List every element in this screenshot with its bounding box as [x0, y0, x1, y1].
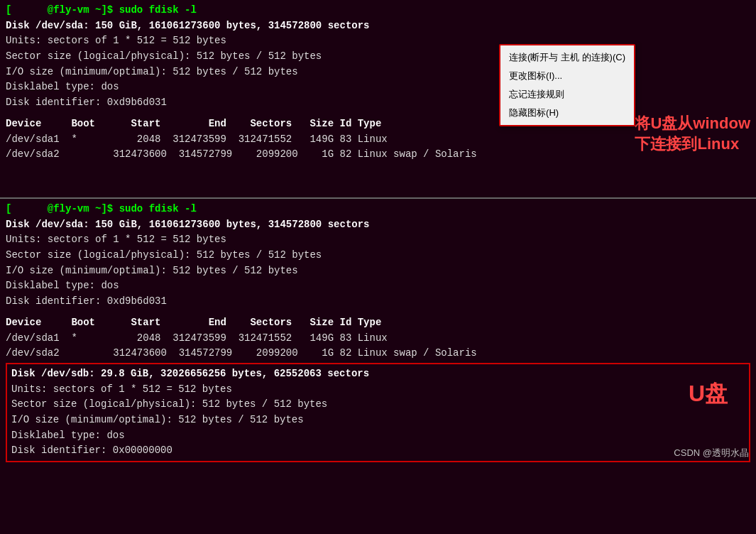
usb-io-size: I/O size (minimum/optimal): 512 bytes / … [11, 413, 745, 428]
usb-disklabel: Disklabel type: dos [11, 428, 745, 444]
context-menu-hide[interactable]: 隐藏图标(H) [500, 104, 634, 122]
top-io-size: I/O size (minimum/optimal): 512 bytes / … [6, 65, 750, 80]
usb-units: Units: sectors of 1 * 512 = 512 bytes [11, 382, 745, 398]
top-disk-id: Disk identifier: 0xd9b6d031 [6, 95, 750, 111]
bottom-sda2-row: /dev/sda2 312473600 314572799 2099200 1G… [6, 346, 750, 361]
top-terminal-section: [ @fly-vm ~]$ sudo fdisk -l Disk /dev/sd… [0, 0, 756, 199]
bottom-terminal-section: [ @fly-vm ~]$ sudo fdisk -l Disk /dev/sd… [0, 199, 756, 467]
top-disk-sda-header: Disk /dev/sda: 150 GiB, 161061273600 byt… [6, 18, 750, 34]
bottom-disk-id: Disk identifier: 0xd9b6d031 [6, 294, 750, 310]
bottom-io-size: I/O size (minimum/optimal): 512 bytes / … [6, 263, 750, 279]
bottom-sector-size: Sector size (logical/physical): 512 byte… [6, 248, 750, 263]
context-menu: 连接(断开与 主机 的连接)(C) 更改图标(I)... 忘记连接规则 隐藏图标… [499, 44, 635, 126]
top-prompt: [ @fly-vm ~]$ sudo fdisk -l [6, 3, 750, 18]
context-menu-connect[interactable]: 连接(断开与 主机 的连接)(C) [500, 48, 634, 67]
top-disklabel: Disklabel type: dos [6, 80, 750, 95]
usb-disk-id: Disk identifier: 0x00000000 [11, 443, 745, 459]
usb-sector-size: Sector size (logical/physical): 512 byte… [11, 397, 745, 413]
annotation-text: 将U盘从window 下连接到Linux [635, 114, 750, 154]
bottom-prompt: [ @fly-vm ~]$ sudo fdisk -l [6, 202, 750, 217]
context-menu-forget[interactable]: 忘记连接规则 [500, 85, 634, 104]
top-units: Units: sectors of 1 * 512 = 512 bytes [6, 33, 750, 49]
bottom-disk-sda-header: Disk /dev/sda: 150 GiB, 161061273600 byt… [6, 217, 750, 233]
context-menu-change-icon[interactable]: 更改图标(I)... [500, 67, 634, 85]
bottom-disklabel: Disklabel type: dos [6, 278, 750, 294]
top-sector-size: Sector size (logical/physical): 512 byte… [6, 49, 750, 65]
usb-disk-section: Disk /dev/sdb: 29.8 GiB, 32026656256 byt… [6, 363, 750, 462]
csdn-watermark: CSDN @透明水晶 [674, 447, 749, 459]
terminal-window: [ @fly-vm ~]$ sudo fdisk -l Disk /dev/sd… [0, 0, 756, 534]
usb-annotation: U盘 [689, 378, 728, 410]
bottom-table-header: Device Boot Start End Sectors Size Id Ty… [6, 315, 750, 331]
usb-disk-sdb-header: Disk /dev/sdb: 29.8 GiB, 32026656256 byt… [11, 366, 745, 382]
bottom-units: Units: sectors of 1 * 512 = 512 bytes [6, 232, 750, 248]
bottom-sda1-row: /dev/sda1 * 2048 312473599 312471552 149… [6, 331, 750, 347]
